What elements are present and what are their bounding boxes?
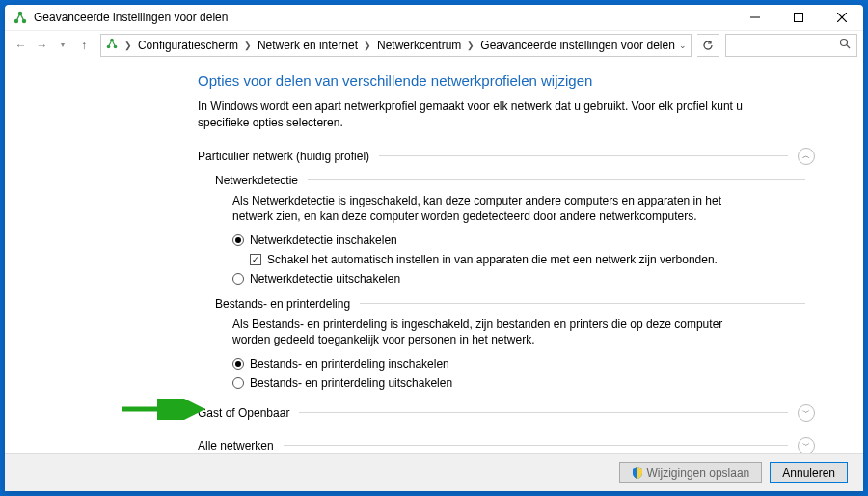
network-discovery-header: Netwerkdetectie	[215, 174, 815, 187]
address-bar[interactable]: ❯ Configuratiescherm ❯ Netwerk en intern…	[100, 34, 692, 57]
search-input[interactable]	[725, 34, 857, 57]
recent-locations[interactable]: ▾	[52, 34, 73, 57]
content-area: Opties voor delen van verschillende netw…	[5, 59, 863, 453]
crumb-control-panel[interactable]: Configuratiescherm	[138, 39, 238, 52]
radio-icon	[232, 377, 244, 389]
cancel-button[interactable]: Annuleren	[770, 462, 848, 483]
radio-icon	[232, 234, 244, 246]
chevron-up-icon[interactable]: ︿	[798, 148, 815, 165]
refresh-button[interactable]	[697, 34, 720, 57]
crumb-network-internet[interactable]: Netwerk en internet	[258, 39, 358, 52]
back-button[interactable]: ←	[11, 34, 32, 57]
search-icon	[839, 38, 851, 52]
file-sharing-header: Bestands- en printerdeling	[215, 297, 815, 311]
svg-rect-4	[794, 14, 802, 22]
radio-nd-on[interactable]: Netwerkdetectie inschakelen	[232, 233, 815, 249]
window-title: Geavanceerde instellingen voor delen	[34, 11, 228, 24]
maximize-button[interactable]	[776, 5, 820, 30]
intro-text: In Windows wordt een apart netwerkprofie…	[198, 98, 786, 131]
rule	[360, 303, 805, 304]
up-button[interactable]: ↑	[73, 34, 95, 57]
shield-icon	[632, 467, 643, 479]
close-button[interactable]	[820, 5, 863, 30]
chevron-down-icon[interactable]: ﹀	[798, 437, 815, 453]
checkbox-icon: ✓	[250, 254, 261, 265]
page-title: Opties voor delen van verschillende netw…	[198, 72, 815, 89]
profile-guest-header[interactable]: Gast of Openbaar ﹀	[198, 401, 815, 425]
network-discovery-desc: Als Netwerkdetectie is ingeschakeld, kan…	[232, 193, 744, 226]
chevron-right-icon: ❯	[122, 41, 134, 50]
radio-fs-off[interactable]: Bestands- en printerdeling uitschakelen	[232, 375, 815, 392]
rule	[379, 155, 788, 156]
rule	[308, 179, 805, 180]
rule	[299, 412, 788, 413]
chevron-right-icon: ❯	[465, 41, 476, 50]
radio-icon	[232, 358, 244, 370]
chevron-down-icon[interactable]: ⌄	[679, 41, 687, 50]
app-icon	[13, 10, 28, 25]
crumb-advanced-sharing[interactable]: Geavanceerde instellingen voor delen	[480, 39, 674, 52]
chevron-right-icon: ❯	[242, 41, 254, 50]
svg-line-11	[847, 45, 850, 48]
toolbar: ← → ▾ ↑ ❯ Configuratiescherm ❯ Netwerk e…	[5, 30, 863, 59]
crumb-network-center[interactable]: Netwerkcentrum	[377, 39, 461, 52]
minimize-button[interactable]	[733, 5, 776, 30]
chevron-right-icon: ❯	[362, 41, 373, 50]
chevron-down-icon[interactable]: ﹀	[798, 404, 815, 422]
titlebar: Geavanceerde instellingen voor delen	[5, 5, 863, 30]
app-icon-small	[105, 37, 119, 53]
radio-icon	[232, 273, 244, 285]
save-button[interactable]: Wijzigingen opslaan	[619, 462, 763, 483]
window: Geavanceerde instellingen voor delen ← →…	[5, 5, 863, 491]
forward-button[interactable]: →	[32, 34, 53, 57]
file-sharing-desc: Als Bestands- en printerdeling is ingesc…	[232, 317, 744, 349]
svg-point-10	[840, 40, 847, 46]
radio-nd-off[interactable]: Netwerkdetectie uitschakelen	[232, 271, 815, 288]
radio-fs-on[interactable]: Bestands- en printerdeling inschakelen	[232, 356, 815, 372]
footer: Wijzigingen opslaan Annuleren	[5, 453, 863, 491]
rule	[284, 445, 788, 446]
checkbox-nd-auto[interactable]: ✓ Schakel het automatisch instellen in v…	[250, 252, 815, 268]
profile-private-header[interactable]: Particulier netwerk (huidig profiel) ︿	[198, 145, 815, 168]
profile-all-header[interactable]: Alle netwerken ﹀	[198, 434, 815, 453]
